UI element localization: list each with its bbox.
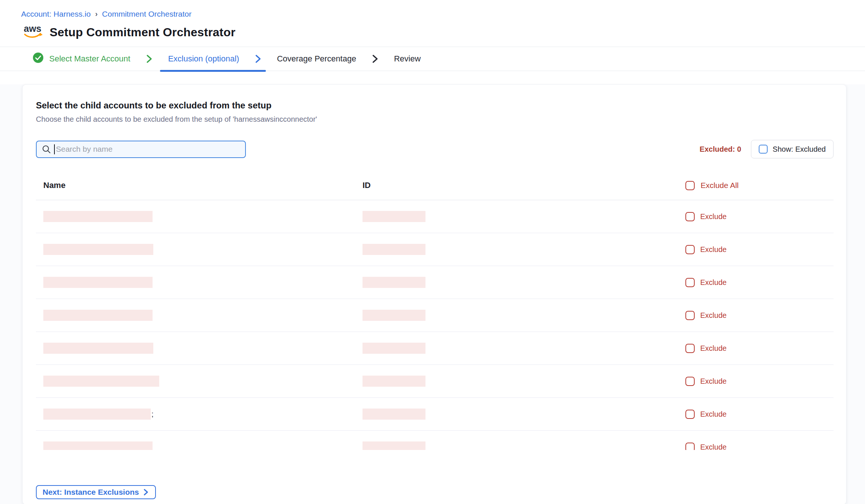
- table-row: Exclude: [36, 332, 834, 365]
- id-column-header: ID: [363, 181, 685, 190]
- row-name-cell: [43, 376, 363, 387]
- show-excluded-toggle[interactable]: Show: Excluded: [751, 140, 834, 158]
- redacted-name-bar: [43, 441, 153, 450]
- exclusion-panel: Select the child accounts to be excluded…: [22, 84, 846, 504]
- exclude-label: Exclude: [700, 212, 727, 221]
- redacted-id-bar: [363, 409, 425, 420]
- exclude-label: Exclude: [700, 278, 727, 287]
- table-header: Name ID Exclude All: [36, 181, 834, 190]
- panel-subheading: Choose the child accounts to be excluded…: [36, 115, 834, 124]
- row-id-cell: [363, 441, 685, 450]
- exclude-all-checkbox[interactable]: [685, 181, 695, 190]
- excluded-counter: Excluded: 0: [699, 145, 741, 154]
- table-row: Exclude: [36, 233, 834, 266]
- exclude-checkbox[interactable]: [685, 278, 695, 287]
- row-id-cell: [363, 277, 685, 288]
- redacted-name-bar: [43, 409, 151, 420]
- table-row: Exclude: [36, 299, 834, 332]
- row-name-cell: [43, 441, 363, 450]
- active-step-underline: [160, 70, 266, 72]
- table-row: Exclude: [36, 200, 834, 233]
- search-input[interactable]: [36, 141, 246, 158]
- breadcrumb-separator-icon: ›: [95, 10, 98, 18]
- row-name-cell: [43, 277, 363, 288]
- chevron-right-icon: [143, 488, 149, 496]
- text-cursor: [54, 144, 55, 154]
- exclude-checkbox[interactable]: [685, 344, 695, 353]
- exclude-label: Exclude: [700, 311, 727, 320]
- panel-heading: Select the child accounts to be excluded…: [36, 100, 834, 111]
- row-exclude-control[interactable]: Exclude: [685, 212, 834, 221]
- exclude-checkbox[interactable]: [685, 245, 695, 254]
- redacted-name-bar: [43, 244, 153, 255]
- step-review[interactable]: Review: [394, 54, 421, 64]
- chevron-right-icon: [145, 54, 153, 64]
- page-title: Setup Commitment Orchestrator: [50, 26, 236, 39]
- breadcrumb-page-link[interactable]: Commitment Orchestrator: [102, 10, 192, 19]
- row-exclude-control[interactable]: Exclude: [685, 410, 834, 419]
- exclude-label: Exclude: [700, 344, 727, 353]
- redacted-name-bar: [43, 211, 153, 222]
- check-circle-icon: [33, 52, 44, 65]
- svg-text:aws: aws: [24, 23, 41, 34]
- chevron-right-icon: [371, 54, 379, 64]
- exclude-all-label: Exclude All: [701, 181, 739, 190]
- aws-logo-icon: aws: [22, 23, 43, 41]
- breadcrumb-account-link[interactable]: Account: Harness.io: [21, 10, 91, 19]
- row-id-cell: [363, 343, 685, 354]
- exclude-label: Exclude: [700, 377, 727, 386]
- row-exclude-control[interactable]: Exclude: [685, 344, 834, 353]
- exclude-checkbox[interactable]: [685, 377, 695, 386]
- redacted-id-bar: [363, 343, 425, 354]
- row-exclude-control[interactable]: Exclude: [685, 377, 834, 386]
- row-id-cell: [363, 409, 685, 420]
- redacted-id-bar: [363, 376, 425, 387]
- next-instance-exclusions-button[interactable]: Next: Instance Exclusions: [36, 485, 156, 499]
- row-id-cell: [363, 211, 685, 222]
- name-column-header: Name: [43, 181, 363, 190]
- redacted-id-bar: [363, 211, 425, 222]
- exclude-checkbox[interactable]: [685, 212, 695, 221]
- redacted-id-bar: [363, 310, 425, 321]
- row-id-cell: [363, 310, 685, 321]
- row-id-cell: [363, 376, 685, 387]
- step-select-master-account[interactable]: Select Master Account: [33, 52, 130, 65]
- wizard-stepper: Select Master Account Exclusion (optiona…: [0, 47, 865, 71]
- row-name-cell: [43, 310, 363, 321]
- row-exclude-control[interactable]: Exclude: [685, 443, 834, 450]
- redacted-id-bar: [363, 441, 425, 450]
- table-body[interactable]: Exclude Exclude Exclude: [36, 200, 834, 450]
- table-row: ; Exclude: [36, 398, 834, 431]
- exclude-checkbox[interactable]: [685, 443, 695, 450]
- exclude-checkbox[interactable]: [685, 311, 695, 320]
- redacted-id-bar: [363, 277, 425, 288]
- step-coverage-percentage[interactable]: Coverage Percentage: [277, 54, 356, 64]
- table-row: Exclude: [36, 365, 834, 398]
- chevron-right-icon: [254, 54, 262, 64]
- step-exclusion-optional[interactable]: Exclusion (optional): [168, 54, 239, 64]
- show-excluded-checkbox[interactable]: [759, 145, 768, 154]
- content-background: Select the child accounts to be excluded…: [0, 84, 865, 504]
- show-excluded-label: Show: Excluded: [773, 145, 826, 154]
- exclude-label: Exclude: [700, 443, 727, 450]
- page-header: Account: Harness.io › Commitment Orchest…: [0, 0, 865, 71]
- row-name-cell: [43, 211, 363, 222]
- name-suffix: ;: [151, 410, 154, 419]
- row-exclude-control[interactable]: Exclude: [685, 311, 834, 320]
- row-id-cell: [363, 244, 685, 255]
- redacted-name-bar: [43, 376, 159, 387]
- exclude-all-control[interactable]: Exclude All: [685, 181, 834, 190]
- breadcrumb: Account: Harness.io › Commitment Orchest…: [0, 0, 865, 19]
- table-row: Exclude: [36, 266, 834, 299]
- exclude-label: Exclude: [700, 245, 727, 254]
- redacted-name-bar: [43, 277, 153, 288]
- search-box: [36, 141, 246, 158]
- row-exclude-control[interactable]: Exclude: [685, 245, 834, 254]
- redacted-name-bar: [43, 310, 153, 321]
- redacted-name-bar: [43, 343, 153, 354]
- row-name-cell: [43, 244, 363, 255]
- exclude-checkbox[interactable]: [685, 410, 695, 419]
- redacted-id-bar: [363, 244, 425, 255]
- row-exclude-control[interactable]: Exclude: [685, 278, 834, 287]
- search-icon: [42, 145, 51, 154]
